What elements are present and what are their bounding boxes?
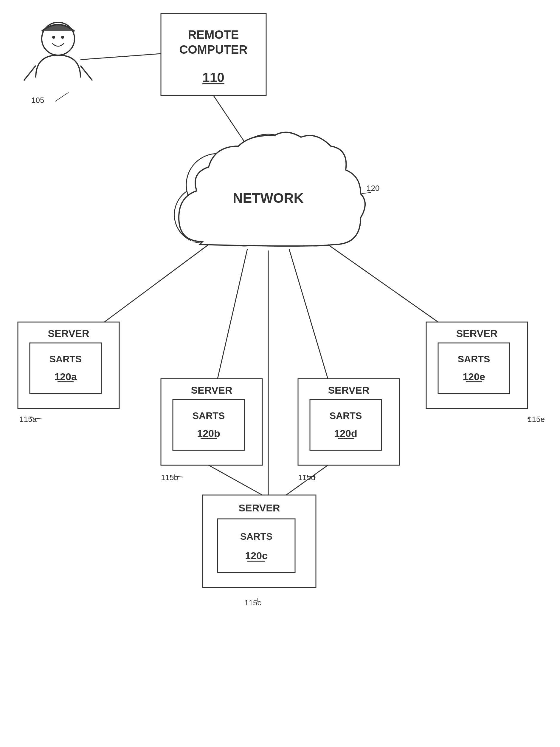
svg-text:SARTS: SARTS bbox=[50, 354, 82, 364]
svg-line-4 bbox=[80, 66, 92, 80]
svg-text:120a: 120a bbox=[54, 371, 77, 382]
svg-text:115a: 115a bbox=[19, 415, 37, 424]
svg-line-29 bbox=[328, 244, 438, 322]
svg-line-24 bbox=[361, 192, 371, 194]
svg-line-3 bbox=[24, 66, 36, 80]
svg-text:120c: 120c bbox=[245, 550, 268, 561]
svg-rect-56 bbox=[310, 400, 381, 450]
svg-text:115c: 115c bbox=[244, 598, 261, 607]
svg-line-63 bbox=[286, 465, 328, 495]
svg-line-13 bbox=[80, 54, 161, 60]
diagram-svg: 105 REMOTE COMPUTER 110 NETWORK 120 bbox=[0, 0, 560, 747]
svg-text:110: 110 bbox=[203, 70, 224, 85]
svg-line-6 bbox=[55, 93, 69, 101]
svg-text:120e: 120e bbox=[462, 371, 485, 382]
svg-rect-32 bbox=[30, 343, 101, 394]
svg-text:SARTS: SARTS bbox=[192, 410, 225, 421]
svg-text:SARTS: SARTS bbox=[330, 410, 362, 421]
svg-text:REMOTE: REMOTE bbox=[188, 28, 239, 41]
svg-text:120d: 120d bbox=[334, 428, 357, 439]
svg-text:120: 120 bbox=[367, 184, 379, 192]
svg-text:SERVER: SERVER bbox=[238, 502, 280, 514]
svg-rect-40 bbox=[173, 400, 244, 450]
svg-text:105: 105 bbox=[31, 96, 44, 105]
svg-text:115e: 115e bbox=[528, 415, 545, 424]
diagram-container: 105 REMOTE COMPUTER 110 NETWORK 120 bbox=[0, 0, 560, 747]
svg-text:SERVER: SERVER bbox=[191, 384, 232, 396]
svg-line-25 bbox=[104, 244, 209, 322]
svg-text:NETWORK: NETWORK bbox=[233, 190, 304, 206]
svg-text:SERVER: SERVER bbox=[48, 328, 89, 339]
svg-rect-66 bbox=[218, 519, 295, 572]
svg-text:SARTS: SARTS bbox=[458, 354, 490, 364]
svg-text:SARTS: SARTS bbox=[240, 531, 272, 542]
svg-text:120b: 120b bbox=[197, 428, 220, 439]
svg-text:115b: 115b bbox=[161, 473, 178, 482]
svg-point-2 bbox=[61, 36, 64, 39]
svg-line-62 bbox=[209, 465, 262, 495]
svg-line-28 bbox=[289, 249, 328, 379]
svg-line-26 bbox=[218, 249, 247, 379]
svg-point-1 bbox=[52, 36, 55, 39]
svg-text:COMPUTER: COMPUTER bbox=[180, 43, 248, 56]
svg-rect-48 bbox=[438, 343, 510, 394]
svg-text:SERVER: SERVER bbox=[456, 328, 498, 339]
svg-text:SERVER: SERVER bbox=[328, 384, 369, 396]
